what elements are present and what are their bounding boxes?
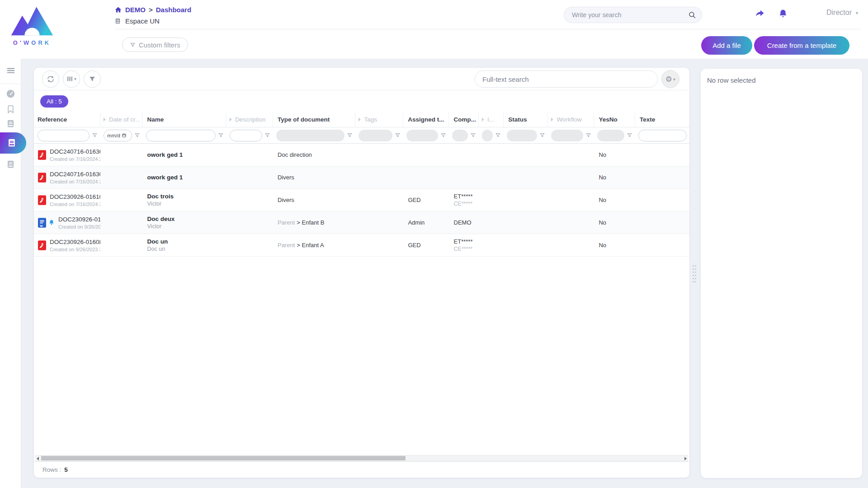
column-header-description[interactable]: Description [226, 112, 273, 127]
create-from-template-button[interactable]: Create from a template [754, 36, 849, 55]
no-selection-message: No row selected [707, 76, 856, 84]
filter-date-input[interactable]: mm/d [104, 130, 132, 141]
filter-funnel-icon[interactable] [134, 132, 140, 138]
filter-company-select[interactable] [452, 130, 468, 141]
column-header-i[interactable]: I... [479, 112, 504, 127]
user-role-menu[interactable]: Director ▾ [826, 9, 858, 17]
column-header-company[interactable]: Comp... [449, 112, 479, 127]
name-cell: owork ged 1 [143, 174, 226, 181]
filter-texte-input[interactable] [638, 130, 687, 141]
filter-funnel-icon[interactable] [92, 132, 98, 138]
type-cell: Parent> Enfant B [273, 219, 356, 226]
filter-tags-select[interactable] [359, 130, 392, 141]
fulltext-search-input[interactable] [475, 71, 657, 87]
filter-i-select[interactable] [482, 130, 493, 141]
filter-type-select[interactable] [276, 130, 344, 141]
breadcrumb-root[interactable]: DEMO [125, 6, 146, 14]
tab-all-badge[interactable]: All : 5 [40, 95, 68, 108]
column-header-workflow[interactable]: Workflow [548, 112, 594, 127]
filter-funnel-icon[interactable] [347, 132, 353, 138]
calendar-icon [122, 133, 127, 138]
horizontal-scrollbar[interactable] [35, 455, 688, 461]
column-header-tags[interactable]: Tags [355, 112, 403, 127]
grid-tabs: All : 5 [34, 90, 689, 112]
share-button[interactable] [750, 6, 769, 21]
panel-resize-handle[interactable] [692, 264, 697, 283]
sidebar-item-documents-active[interactable] [0, 132, 26, 154]
filter-texte [635, 130, 689, 141]
pdf-file-icon [38, 150, 46, 160]
column-header-date[interactable]: Date of cr... [100, 112, 142, 127]
search-icon[interactable] [688, 11, 696, 19]
filter-description [226, 130, 273, 141]
menu-icon[interactable] [6, 66, 16, 75]
company-cell: ET***** CE***** [449, 193, 479, 207]
filter-funnel-icon[interactable] [495, 132, 501, 138]
breadcrumb-current[interactable]: Dashboard [156, 6, 191, 14]
dashboard-icon[interactable] [6, 89, 16, 99]
filter-date: mm/d [100, 130, 142, 141]
top-bar: O'WORK DEMO > Dashboard Espace UN Custom… [0, 0, 868, 59]
column-header-name[interactable]: Name [142, 112, 226, 127]
filter-yesno-select[interactable] [597, 130, 624, 141]
header-divider [114, 29, 861, 29]
table-row[interactable]: DOC240716-01630-0 Created on 7/16/2024 2… [34, 166, 689, 189]
column-header-assigned[interactable]: Assigned t... [403, 112, 449, 127]
brand-logo: O'WORK [7, 4, 57, 46]
type-cell: Divers [273, 174, 356, 181]
column-header-yesno[interactable]: YesNo [594, 112, 635, 127]
filter-funnel-icon [89, 75, 96, 83]
filter-name-input[interactable] [146, 130, 216, 141]
notifications-button[interactable] [774, 6, 792, 21]
refresh-button[interactable] [42, 70, 59, 88]
filter-assigned-select[interactable] [406, 130, 438, 141]
grid-toolbar: ▾ ⚙ ▾ [34, 68, 689, 90]
custom-filters-button[interactable]: Custom filters [122, 38, 188, 52]
book-icon[interactable] [6, 160, 16, 169]
book-icon[interactable] [6, 119, 16, 129]
filter-funnel-icon[interactable] [470, 132, 476, 138]
filter-reference-input[interactable] [38, 130, 90, 141]
filter-builder-button[interactable] [84, 70, 101, 88]
table-row[interactable]: DOC230926-01609-0 Created on 9/26/2023 3… [34, 211, 689, 234]
filter-funnel-icon[interactable] [440, 132, 446, 138]
filter-status [504, 130, 548, 141]
filter-description-input[interactable] [230, 130, 262, 141]
scrollbar-thumb[interactable] [41, 456, 406, 460]
table-row[interactable]: DOC240716-01636-0 Created on 7/16/2024 2… [34, 144, 689, 166]
name-cell: owork ged 1 [143, 151, 226, 158]
filter-status-select[interactable] [507, 130, 537, 141]
column-header-reference[interactable]: Reference [34, 112, 100, 127]
scroll-left-arrow-icon[interactable] [37, 457, 39, 460]
filter-funnel-icon[interactable] [627, 132, 632, 138]
grid-settings-button[interactable]: ⚙ ▾ [661, 70, 679, 88]
filter-workflow-select[interactable] [551, 130, 583, 141]
filter-funnel-icon[interactable] [264, 132, 270, 138]
global-search-input[interactable] [564, 11, 688, 19]
table-row[interactable]: DOC230926-01608-0 Created on 9/26/2023 3… [34, 234, 689, 257]
grid-footer: Rows : 5 [34, 461, 689, 478]
reference-cell: DOC230926-01610-3 Created on 7/16/2024 2… [34, 193, 100, 207]
name-cell: Doc deux Victor [143, 216, 226, 230]
column-header-type[interactable]: Type of document [273, 112, 356, 127]
global-search [564, 7, 702, 23]
bookmark-icon[interactable] [6, 104, 16, 114]
filter-funnel-icon[interactable] [585, 132, 591, 138]
filter-company [449, 130, 479, 141]
chevron-down-icon: ▾ [673, 77, 675, 82]
assigned-cell: GED [403, 242, 449, 249]
gear-icon: ⚙ [665, 75, 672, 83]
scroll-right-arrow-icon[interactable] [684, 457, 687, 460]
column-header-texte[interactable]: Texte [635, 112, 689, 127]
filter-funnel-icon[interactable] [539, 132, 545, 138]
column-chooser-button[interactable]: ▾ [63, 70, 80, 88]
mountain-logo-icon [10, 4, 54, 37]
add-file-button[interactable]: Add a file [701, 36, 752, 55]
reference-cell: DOC230926-01609-0 Created on 9/26/2023 3… [34, 216, 100, 230]
table-row[interactable]: DOC230926-01610-3 Created on 7/16/2024 2… [34, 189, 689, 211]
filter-funnel-icon[interactable] [395, 132, 401, 138]
filter-funnel-icon [130, 42, 136, 48]
filter-funnel-icon[interactable] [218, 132, 224, 138]
refresh-icon [47, 75, 55, 83]
column-header-status[interactable]: Status [504, 112, 548, 127]
